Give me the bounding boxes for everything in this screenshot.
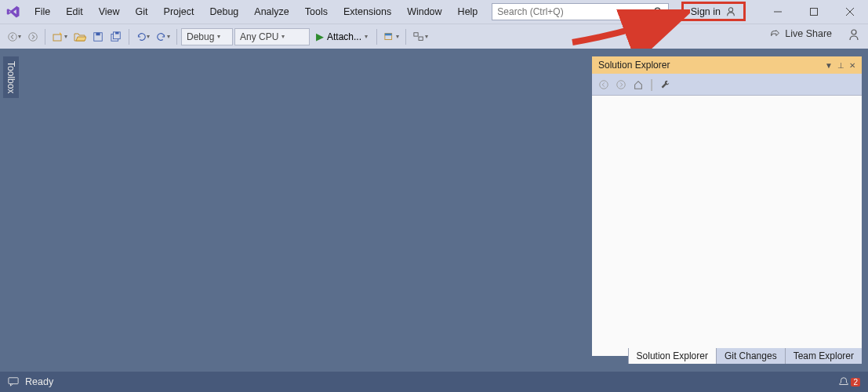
solution-explorer-title-bar[interactable]: Solution Explorer ▼ ⊥ ✕ bbox=[592, 56, 862, 74]
menu-file[interactable]: File bbox=[27, 3, 58, 20]
visual-studio-icon bbox=[6, 5, 20, 19]
person-icon bbox=[725, 6, 736, 17]
menu-tools[interactable]: Tools bbox=[297, 3, 336, 20]
separator bbox=[405, 29, 406, 45]
solution-tabs: Solution Explorer Git Changes Team Explo… bbox=[628, 348, 862, 364]
svg-rect-22 bbox=[9, 378, 18, 384]
svg-rect-17 bbox=[414, 32, 418, 35]
status-bar: Ready 2 bbox=[0, 372, 868, 392]
separator bbox=[45, 29, 45, 45]
person-icon bbox=[848, 28, 860, 41]
minimize-button[interactable] bbox=[760, 0, 796, 24]
toolbar: ▾ ▾ ▾ ▾ Debug▾ Any CPU▾ ▶ Attach... ▾ ▾ … bbox=[0, 24, 868, 49]
solution-explorer-toolbar: | bbox=[592, 74, 862, 96]
search-box[interactable] bbox=[492, 3, 669, 20]
menu-window[interactable]: Window bbox=[399, 3, 449, 20]
notifications-button[interactable]: 2 bbox=[838, 376, 860, 387]
chevron-down-icon: ▾ bbox=[281, 33, 285, 40]
liveshare-label: Live Share bbox=[785, 28, 832, 39]
share-icon bbox=[770, 28, 781, 39]
svg-rect-9 bbox=[53, 34, 61, 41]
pin-icon[interactable]: ⊥ bbox=[837, 61, 844, 70]
svg-rect-18 bbox=[419, 37, 423, 40]
wrench-icon[interactable] bbox=[659, 79, 670, 90]
nav-back-icon[interactable] bbox=[598, 79, 609, 90]
platform-dropdown[interactable]: Any CPU▾ bbox=[234, 28, 310, 45]
save-button[interactable] bbox=[90, 28, 106, 45]
toolbox-tab[interactable]: Toolbox bbox=[3, 56, 19, 98]
svg-point-2 bbox=[728, 7, 732, 11]
configuration-dropdown[interactable]: Debug▾ bbox=[181, 28, 233, 45]
dropdown-icon[interactable]: ▼ bbox=[825, 61, 833, 70]
search-icon bbox=[654, 7, 663, 16]
svg-rect-16 bbox=[385, 33, 392, 35]
save-all-button[interactable] bbox=[107, 28, 125, 45]
toolbar-button[interactable]: ▾ bbox=[410, 28, 430, 45]
liveshare-button[interactable]: Live Share bbox=[770, 28, 832, 39]
menu-project[interactable]: Project bbox=[156, 3, 202, 20]
toolbar-button[interactable]: ▾ bbox=[381, 28, 401, 45]
tab-team-explorer[interactable]: Team Explorer bbox=[785, 348, 862, 364]
panel-title: Solution Explorer bbox=[598, 60, 670, 71]
bell-icon bbox=[838, 376, 849, 387]
svg-rect-11 bbox=[96, 32, 100, 35]
home-icon[interactable] bbox=[633, 79, 644, 90]
svg-point-21 bbox=[617, 80, 626, 89]
menu-help[interactable]: Help bbox=[450, 3, 486, 20]
menu-git[interactable]: Git bbox=[128, 3, 156, 20]
menu-extensions[interactable]: Extensions bbox=[336, 3, 399, 20]
attach-label: Attach... bbox=[327, 31, 361, 42]
separator bbox=[129, 29, 129, 45]
window-controls bbox=[760, 0, 868, 24]
signin-highlight: Sign in bbox=[681, 2, 746, 21]
menu-bar: File Edit View Git Project Debug Analyze… bbox=[0, 0, 868, 24]
nav-forward-button[interactable] bbox=[25, 28, 41, 45]
separator bbox=[376, 29, 377, 45]
chevron-down-icon: ▾ bbox=[217, 33, 220, 40]
svg-rect-4 bbox=[811, 9, 818, 16]
notification-count: 2 bbox=[851, 378, 860, 387]
status-text: Ready bbox=[25, 376, 53, 387]
maximize-button[interactable] bbox=[796, 0, 832, 24]
attach-button[interactable]: ▶ Attach... ▾ bbox=[311, 28, 372, 45]
svg-point-7 bbox=[9, 32, 17, 41]
play-icon: ▶ bbox=[316, 31, 324, 42]
feedback-button[interactable] bbox=[848, 28, 860, 43]
search-input[interactable] bbox=[497, 6, 654, 17]
nav-forward-icon[interactable] bbox=[616, 79, 626, 90]
svg-point-20 bbox=[600, 80, 608, 89]
undo-button[interactable]: ▾ bbox=[133, 28, 152, 45]
tab-solution-explorer[interactable]: Solution Explorer bbox=[628, 348, 716, 364]
new-project-button[interactable]: ▾ bbox=[49, 28, 70, 45]
redo-button[interactable]: ▾ bbox=[154, 28, 173, 45]
menu-analyze[interactable]: Analyze bbox=[246, 3, 296, 20]
signin-label: Sign in bbox=[691, 6, 721, 17]
svg-line-1 bbox=[660, 13, 663, 16]
solution-explorer-body bbox=[592, 96, 862, 356]
close-button[interactable] bbox=[832, 0, 868, 24]
comment-icon[interactable] bbox=[8, 376, 19, 387]
open-button[interactable] bbox=[71, 28, 89, 45]
svg-point-8 bbox=[29, 32, 38, 41]
solution-explorer-panel: Solution Explorer ▼ ⊥ ✕ | bbox=[592, 56, 862, 356]
close-icon[interactable]: ✕ bbox=[849, 61, 855, 70]
menu-debug[interactable]: Debug bbox=[202, 3, 246, 20]
menu-edit[interactable]: Edit bbox=[58, 3, 91, 20]
svg-point-0 bbox=[655, 8, 660, 13]
menu-view[interactable]: View bbox=[91, 3, 128, 20]
svg-rect-14 bbox=[115, 31, 118, 34]
chevron-down-icon: ▾ bbox=[365, 33, 368, 40]
nav-back-button[interactable]: ▾ bbox=[5, 28, 24, 45]
tab-git-changes[interactable]: Git Changes bbox=[716, 348, 785, 364]
signin-button[interactable]: Sign in bbox=[685, 4, 742, 20]
separator bbox=[176, 29, 177, 45]
svg-point-19 bbox=[852, 30, 856, 34]
